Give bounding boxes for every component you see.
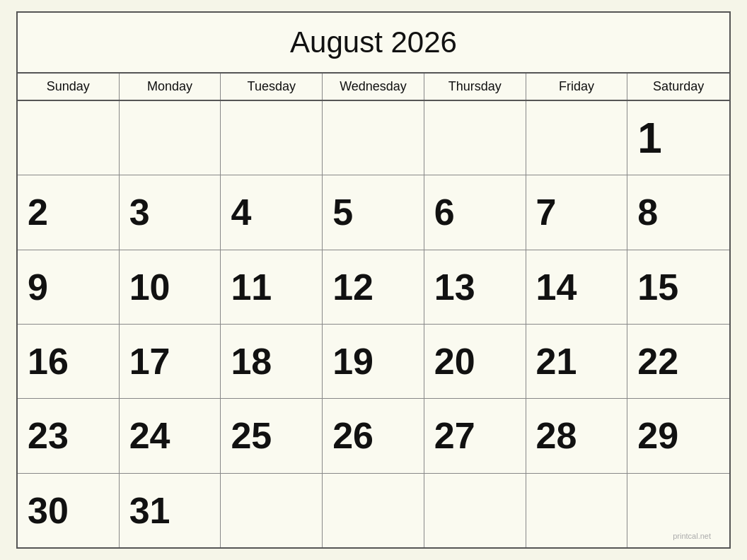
day-cell <box>424 101 526 175</box>
day-cell: 19 <box>323 325 424 398</box>
day-cell <box>221 474 323 547</box>
calendar-grid: SundayMondayTuesdayWednesdayThursdayFrid… <box>18 74 729 547</box>
day-cell: 15 <box>627 250 729 324</box>
day-number: 30 <box>28 492 69 529</box>
day-cell: 3 <box>120 175 221 249</box>
day-number: 31 <box>129 492 170 529</box>
day-cell <box>323 101 424 175</box>
day-number: 12 <box>332 269 374 305</box>
day-number: 17 <box>129 343 170 380</box>
day-header: Thursday <box>424 74 526 100</box>
day-number: 14 <box>536 269 577 305</box>
day-number: 9 <box>28 269 48 305</box>
day-number: 10 <box>129 269 170 305</box>
day-number: 22 <box>637 343 678 380</box>
day-cell: 26 <box>323 399 424 472</box>
day-header: Sunday <box>18 74 120 100</box>
day-number: 1 <box>637 116 661 160</box>
day-number: 2 <box>28 194 48 231</box>
day-number: 15 <box>637 269 678 305</box>
day-cell <box>526 474 628 547</box>
day-cell <box>526 101 628 175</box>
day-number: 28 <box>536 417 577 454</box>
day-cell: 6 <box>424 175 526 249</box>
day-header: Wednesday <box>323 74 424 100</box>
day-cell: 27 <box>424 399 526 472</box>
week-row: 2345678 <box>18 175 729 250</box>
day-cell: 30 <box>18 474 120 547</box>
day-number: 7 <box>536 194 557 231</box>
day-number: 29 <box>637 417 678 454</box>
day-number: 11 <box>231 269 272 305</box>
day-cell: 2 <box>18 175 120 249</box>
day-header: Friday <box>526 74 628 100</box>
day-cell <box>120 101 221 175</box>
day-number: 24 <box>129 417 170 454</box>
day-number: 20 <box>434 343 475 380</box>
week-row: 23242526272829 <box>18 399 729 473</box>
week-row: 1 <box>18 101 729 175</box>
day-number: 21 <box>536 343 577 380</box>
day-cell: 28 <box>526 399 628 472</box>
day-cell <box>424 474 526 547</box>
day-cell: 4 <box>221 175 323 249</box>
day-cell: 23 <box>18 399 120 472</box>
day-headers-row: SundayMondayTuesdayWednesdayThursdayFrid… <box>18 74 729 101</box>
week-row: 3031 <box>18 474 729 547</box>
calendar-wrapper: August 2026 SundayMondayTuesdayWednesday… <box>16 11 731 549</box>
week-row: 9101112131415 <box>18 250 729 325</box>
day-number: 16 <box>28 343 69 380</box>
day-cell: 1 <box>627 101 729 175</box>
weeks-container: 1234567891011121314151617181920212223242… <box>18 101 729 547</box>
day-number: 13 <box>434 269 475 305</box>
calendar-title: August 2026 <box>18 13 729 74</box>
day-cell: 29 <box>627 399 729 472</box>
day-cell: 5 <box>323 175 424 249</box>
day-cell: 31 <box>120 474 221 547</box>
day-cell: 22 <box>627 325 729 398</box>
day-number: 26 <box>332 417 374 454</box>
day-cell: 14 <box>526 250 628 324</box>
day-number: 23 <box>28 417 69 454</box>
watermark: printcal.net <box>673 532 711 540</box>
week-row: 16171819202122 <box>18 325 729 399</box>
day-number: 18 <box>231 343 272 380</box>
day-header: Monday <box>120 74 221 100</box>
day-number: 27 <box>434 417 475 454</box>
day-number: 8 <box>637 194 658 231</box>
day-cell: 20 <box>424 325 526 398</box>
day-number: 6 <box>434 194 455 231</box>
day-cell: 10 <box>120 250 221 324</box>
day-number: 5 <box>332 194 353 231</box>
day-cell <box>18 101 120 175</box>
day-cell: 17 <box>120 325 221 398</box>
day-cell: 25 <box>221 399 323 472</box>
day-cell: 12 <box>323 250 424 324</box>
day-cell: 18 <box>221 325 323 398</box>
day-cell: 7 <box>526 175 628 249</box>
calendar-container: August 2026 SundayMondayTuesdayWednesday… <box>16 11 731 549</box>
day-header: Tuesday <box>221 74 323 100</box>
day-cell <box>323 474 424 547</box>
day-header: Saturday <box>627 74 729 100</box>
day-number: 3 <box>129 194 150 231</box>
day-number: 4 <box>231 194 251 231</box>
day-number: 19 <box>332 343 374 380</box>
day-cell: 16 <box>18 325 120 398</box>
day-cell: 8 <box>627 175 729 249</box>
day-cell: 13 <box>424 250 526 324</box>
day-cell: 24 <box>120 399 221 472</box>
day-cell: 11 <box>221 250 323 324</box>
day-cell: 21 <box>526 325 628 398</box>
day-cell: 9 <box>18 250 120 324</box>
day-cell <box>221 101 323 175</box>
day-number: 25 <box>231 417 272 454</box>
